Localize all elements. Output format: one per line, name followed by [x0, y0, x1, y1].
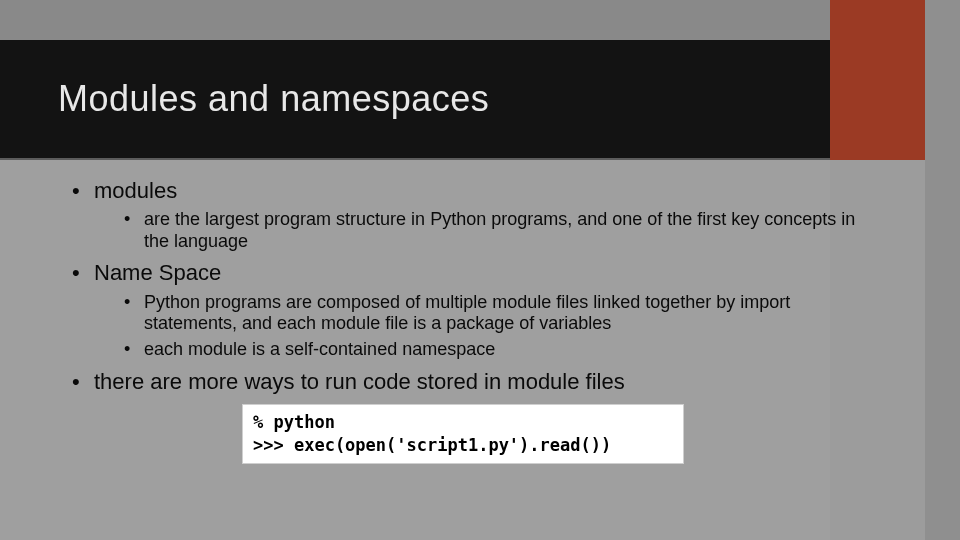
slide: Modules and namespaces modules are the l… — [0, 0, 960, 540]
sub-list: are the largest program structure in Pyt… — [94, 209, 862, 252]
code-snippet: % python >>> exec(open('script1.py').rea… — [242, 404, 684, 464]
title-band: Modules and namespaces — [0, 40, 830, 160]
bullet-list: modules are the largest program structur… — [72, 178, 862, 394]
sub-list: Python programs are composed of multiple… — [94, 292, 862, 361]
bullet-label: there are more ways to run code stored i… — [94, 369, 625, 394]
code-line: >>> exec(open('script1.py').read()) — [253, 435, 611, 455]
bullet-label: modules — [94, 178, 177, 203]
sub-item: Python programs are composed of multiple… — [124, 292, 862, 335]
content: modules are the largest program structur… — [72, 178, 862, 464]
bullet-item: modules are the largest program structur… — [72, 178, 862, 252]
slide-title: Modules and namespaces — [0, 40, 830, 120]
bullet-label: Name Space — [94, 260, 221, 285]
sub-item: each module is a self-contained namespac… — [124, 339, 862, 361]
bullet-item: there are more ways to run code stored i… — [72, 369, 862, 394]
bullet-item: Name Space Python programs are composed … — [72, 260, 862, 360]
accent-block — [830, 0, 925, 160]
sub-item: are the largest program structure in Pyt… — [124, 209, 862, 252]
code-line: % python — [253, 412, 335, 432]
top-strip — [0, 0, 960, 40]
right-strip — [925, 0, 960, 540]
